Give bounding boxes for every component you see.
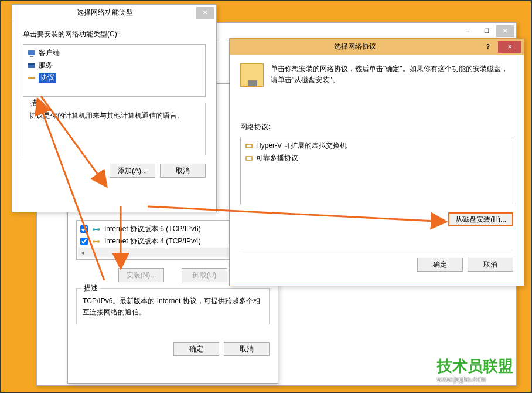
- instruction-text: 单击你想安装的网络协议，然后单击"确定"。如果你有这个功能的安装磁盘，请单击"从…: [271, 63, 513, 87]
- hyperv-item[interactable]: Hyper-V 可扩展的虚拟交换机: [242, 140, 511, 152]
- multicast-label: 可靠多播协议: [256, 153, 298, 163]
- install-button[interactable]: 安装(N)...: [118, 268, 164, 282]
- description-text: TCP/IPv6。最新版本的 Internet 协议，可提供跨越多个相互连接网络…: [83, 296, 263, 318]
- add-button[interactable]: 添加(A)...: [110, 164, 155, 178]
- cancel-button[interactable]: 取消: [224, 342, 270, 356]
- multicast-item[interactable]: 可靠多播协议: [242, 152, 511, 164]
- protocol-item[interactable]: 协议: [25, 72, 204, 84]
- svg-rect-9: [28, 63, 35, 65]
- svg-point-11: [28, 77, 30, 79]
- install-from-disk-button[interactable]: 从磁盘安装(H)...: [448, 212, 513, 226]
- close-button[interactable]: ✕: [498, 41, 521, 53]
- feature-type-listbox[interactable]: 客户端 服务 协议: [23, 44, 206, 97]
- feature-type-title: 选择网络功能类型: [15, 8, 195, 18]
- adapter-icon: [244, 154, 254, 163]
- svg-point-5: [97, 240, 100, 243]
- description-legend: 描述: [28, 98, 47, 108]
- help-button[interactable]: ?: [479, 41, 497, 53]
- feature-type-titlebar[interactable]: 选择网络功能类型 ✕: [12, 5, 216, 21]
- svg-point-12: [33, 77, 35, 79]
- minimize-button[interactable]: ─: [459, 25, 476, 37]
- svg-rect-6: [28, 50, 35, 55]
- svg-rect-14: [247, 145, 251, 147]
- description-legend: 描述: [81, 283, 100, 293]
- service-item[interactable]: 服务: [25, 59, 204, 72]
- feature-type-dialog: 选择网络功能类型 ✕ 单击要安装的网络功能类型(C): 客户端 服务: [12, 4, 217, 212]
- description-group: 描述 TCP/IPv6。最新版本的 Internet 协议，可提供跨越多个相互连…: [76, 288, 270, 324]
- service-icon: [27, 61, 36, 70]
- select-protocol-titlebar[interactable]: 选择网络协议 ? ✕: [230, 39, 524, 55]
- installer-icon: [240, 63, 264, 87]
- scroll-left-icon[interactable]: ◄: [78, 248, 87, 258]
- cancel-button[interactable]: 取消: [468, 258, 513, 272]
- protocol-label: 协议: [39, 73, 56, 83]
- client-label: 客户端: [39, 48, 60, 58]
- watermark: 技术员联盟 www.jsgho.com: [437, 356, 513, 384]
- uninstall-button[interactable]: 卸载(U): [182, 268, 227, 282]
- svg-rect-7: [30, 56, 33, 57]
- protocol-list-label: 网络协议:: [240, 122, 513, 132]
- ipv4-label: Internet 协议版本 4 (TCP/IPv4): [104, 236, 201, 246]
- svg-point-2: [97, 228, 100, 231]
- service-label: 服务: [39, 60, 53, 70]
- client-item[interactable]: 客户端: [25, 47, 204, 59]
- client-icon: [27, 49, 36, 58]
- protocol-icon: [27, 73, 36, 83]
- description-text: 协议是你的计算机用来与其他计算机通信的语言。: [29, 110, 199, 149]
- protocol-listbox[interactable]: Hyper-V 可扩展的虚拟交换机 可靠多播协议: [240, 137, 513, 204]
- watermark-url: www.jsgho.com: [437, 375, 513, 384]
- ok-button[interactable]: 确定: [173, 342, 219, 356]
- ipv6-checkbox[interactable]: [80, 225, 88, 233]
- svg-point-1: [93, 228, 95, 231]
- hyperv-label: Hyper-V 可扩展的虚拟交换机: [256, 141, 347, 151]
- description-group: 描述 协议是你的计算机用来与其他计算机通信的语言。: [23, 103, 206, 155]
- ipv6-label: Internet 协议版本 6 (TCP/IPv6): [104, 224, 201, 234]
- watermark-main: 技术员联盟: [437, 357, 513, 375]
- close-button[interactable]: ✕: [196, 7, 214, 19]
- cancel-button[interactable]: 取消: [160, 164, 206, 178]
- ok-button[interactable]: 确定: [417, 258, 463, 272]
- svg-point-4: [93, 240, 95, 243]
- select-protocol-title: 选择网络协议: [232, 42, 478, 52]
- adapter-icon: [244, 141, 254, 151]
- maximize-button[interactable]: ☐: [478, 25, 495, 37]
- protocol-icon: [91, 225, 101, 234]
- svg-rect-16: [247, 157, 251, 160]
- select-protocol-dialog: 选择网络协议 ? ✕ 单击你想安装的网络协议，然后单击"确定"。如果你有这个功能…: [229, 38, 524, 286]
- protocol-icon: [91, 237, 101, 246]
- close-button[interactable]: ✕: [496, 25, 514, 37]
- feature-type-subtitle: 单击要安装的网络功能类型(C):: [23, 29, 206, 39]
- ipv4-checkbox[interactable]: [80, 238, 88, 245]
